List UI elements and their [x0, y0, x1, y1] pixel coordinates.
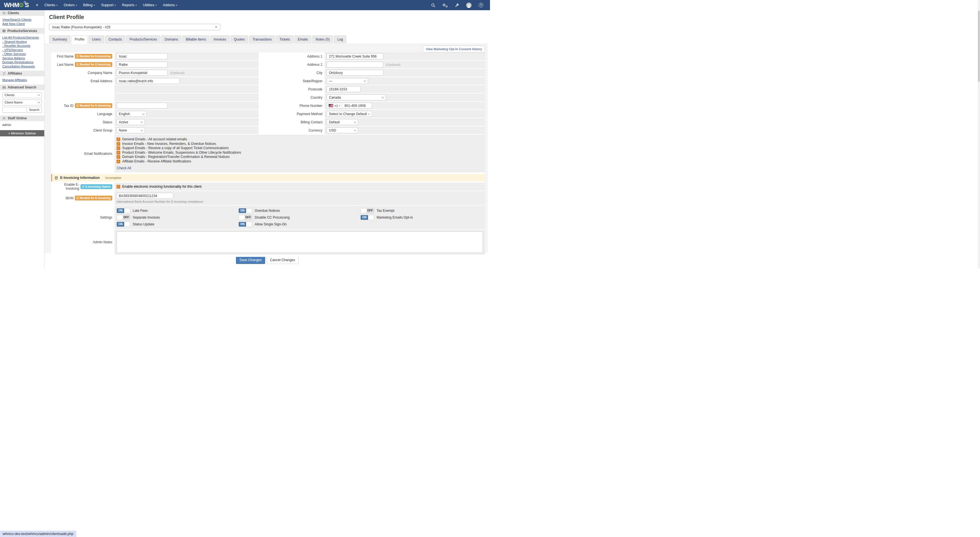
checkbox-checked[interactable]: ✓: [116, 142, 120, 146]
checkbox-checked[interactable]: ✓: [116, 151, 120, 154]
language-select[interactable]: English: [116, 111, 146, 117]
search-icon[interactable]: [431, 3, 435, 7]
field-label: City: [317, 71, 322, 75]
nav-item-support[interactable]: Support▾: [98, 0, 119, 10]
nav-item-utilities[interactable]: Utilities▾: [140, 0, 160, 10]
whmcs-logo[interactable]: WHM ⚙⚙ S: [4, 2, 29, 9]
tab-notes[interactable]: Notes (0): [312, 35, 333, 43]
tax-id-input[interactable]: [116, 103, 168, 109]
state-select[interactable]: —: [327, 78, 368, 84]
users-icon: [2, 12, 6, 14]
enable-einvoicing-label-row: Enable E-Invoicing E-Invoicing Option: [51, 183, 115, 191]
sidebar-section-staff-online: Staff Online: [0, 115, 44, 121]
help-icon[interactable]: ?: [479, 3, 483, 7]
toggle-off[interactable]: OFF: [239, 215, 252, 220]
sidebar-link-add-new-client[interactable]: Add New Client: [2, 22, 42, 26]
client-group-select[interactable]: None: [116, 127, 145, 133]
nav-item-addons[interactable]: Addons▾: [160, 0, 180, 10]
address1-input[interactable]: [327, 53, 383, 59]
sidebar-link-manage-affiliates[interactable]: Manage Affiliates: [2, 78, 42, 82]
sidebar-link-shared-hosting[interactable]: - Shared Hosting: [2, 40, 42, 44]
status-select[interactable]: Active: [116, 119, 145, 125]
search-type-select[interactable]: Clients: [2, 92, 42, 98]
first-name-input[interactable]: [116, 53, 168, 59]
postcode-input[interactable]: [327, 86, 361, 92]
sidebar-link-reseller-accounts[interactable]: - Reseller Accounts: [2, 44, 42, 48]
user-avatar[interactable]: [466, 3, 472, 8]
tab-billable-items[interactable]: Billable Items: [182, 35, 209, 43]
notification-option: ✓Invoice Emails - New Invoices, Reminder…: [116, 142, 216, 146]
advanced-search-input[interactable]: [2, 107, 27, 113]
checkbox-checked[interactable]: ✓: [116, 146, 120, 150]
city-input[interactable]: [327, 70, 383, 76]
enable-einvoicing-cell: ✓ Enable electronic invoicing functional…: [115, 183, 485, 191]
checkbox-checked[interactable]: ✓: [116, 138, 120, 141]
billing-contact-select[interactable]: Default: [327, 119, 358, 125]
view-marketing-optin-history-button[interactable]: View Marketing Opt-In Consent History: [423, 46, 485, 52]
currency-select[interactable]: USD: [327, 127, 358, 133]
tab-invoices[interactable]: Invoices: [210, 35, 230, 43]
tab-emails[interactable]: Emails: [294, 35, 311, 43]
tab-tickets[interactable]: Tickets: [276, 35, 293, 43]
system-settings-wrench-icon[interactable]: [455, 3, 459, 7]
toggle-on[interactable]: ON: [360, 215, 374, 220]
sidebar-link-vps-servers[interactable]: - VPS/Servers: [2, 48, 42, 52]
tab-users[interactable]: Users: [89, 35, 104, 43]
checkbox-checked[interactable]: ✓: [116, 160, 120, 163]
iban-input[interactable]: [116, 193, 173, 199]
tab-transactions[interactable]: Transactions: [249, 35, 275, 43]
admin-notes-textarea[interactable]: [116, 231, 483, 253]
toggle-on[interactable]: ON: [239, 208, 252, 213]
navbar-right-icons: ⚙⚙ ?: [431, 3, 483, 8]
sidebar-link-service-addons[interactable]: Service Addons: [2, 56, 42, 60]
notification-option: ✓Domain Emails - Registration/Transfer C…: [116, 155, 230, 159]
phone-number-input[interactable]: 801-459-1908: [342, 104, 368, 108]
address2-input[interactable]: [327, 62, 383, 67]
nav-item-billing[interactable]: Billing▾: [80, 0, 98, 10]
advanced-search-button[interactable]: Search: [27, 107, 42, 113]
check-all-link[interactable]: Check All: [117, 166, 131, 170]
field-label: Enable E-Invoicing: [51, 183, 79, 191]
sidebar-link-list-all-products[interactable]: List All Products/Services: [2, 35, 42, 40]
tab-contacts[interactable]: Contacts: [105, 35, 125, 43]
tab-profile[interactable]: Profile: [71, 35, 88, 44]
chevron-down-icon: ▾: [115, 4, 116, 6]
last-name-input[interactable]: [116, 62, 168, 67]
top-navbar: WHM ⚙⚙ S + Clients▾ Orders▾ Billing▾ Sup…: [0, 0, 490, 10]
client-selector-dropdown[interactable]: Issac Ratke (Pouros-Konopelski) - #25 ▼: [49, 24, 220, 30]
tab-summary[interactable]: Summary: [49, 35, 70, 43]
status-cell: Active: [115, 118, 259, 126]
toggle-off[interactable]: OFF: [360, 208, 374, 213]
billing-contact-cell: Default: [325, 118, 485, 126]
sidebar-link-view-search-clients[interactable]: View/Search Clients: [2, 17, 42, 22]
tab-quotes[interactable]: Quotes: [231, 35, 248, 43]
minimise-sidebar-button[interactable]: « Minimise Sidebar: [0, 130, 44, 137]
nav-item-orders[interactable]: Orders▾: [61, 0, 80, 10]
toggle-on[interactable]: ON: [116, 208, 130, 213]
checkbox-checked[interactable]: ✓: [116, 185, 120, 189]
tab-domains[interactable]: Domains: [161, 35, 181, 43]
sidebar-link-other-services[interactable]: - Other Services: [2, 52, 42, 56]
search-field-select[interactable]: Client Name: [2, 100, 42, 105]
toggle-on[interactable]: ON: [116, 222, 130, 227]
field-label: Last Name: [57, 63, 73, 67]
payment-method-select[interactable]: Select to Change Default: [327, 111, 372, 117]
cancel-changes-button[interactable]: Cancel Changes: [267, 256, 299, 264]
automation-settings-icon[interactable]: ⚙⚙: [442, 3, 447, 7]
save-changes-button[interactable]: Save Changes: [236, 256, 265, 264]
tab-products-services[interactable]: Products/Services: [126, 35, 161, 43]
country-select[interactable]: Canada: [327, 94, 386, 100]
sidebar-link-cancellation-requests[interactable]: Cancellation Requests: [2, 64, 42, 68]
toggle-on[interactable]: ON: [239, 222, 252, 227]
iban-helper-text: International Bank Account Number for E-…: [116, 200, 203, 203]
nav-item-reports[interactable]: Reports▾: [119, 0, 140, 10]
tab-log[interactable]: Log: [334, 35, 346, 43]
nav-item-clients[interactable]: Clients▾: [41, 0, 61, 10]
sidebar-link-domain-registrations[interactable]: Domain Registrations: [2, 60, 42, 64]
phone-country-selector[interactable]: +1 ▾: [327, 103, 342, 108]
quick-add-icon[interactable]: +: [36, 2, 38, 8]
company-name-input[interactable]: [116, 70, 168, 76]
toggle-off[interactable]: OFF: [116, 215, 130, 220]
email-input[interactable]: [116, 78, 180, 84]
checkbox-checked[interactable]: ✓: [116, 155, 120, 159]
